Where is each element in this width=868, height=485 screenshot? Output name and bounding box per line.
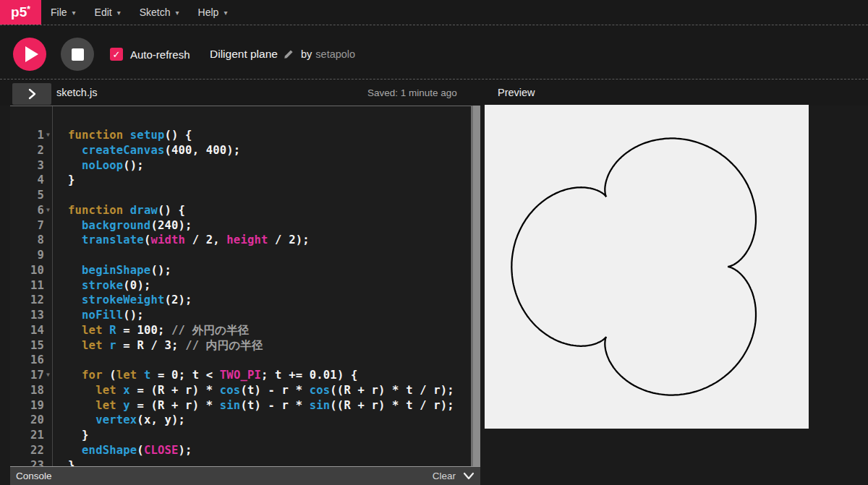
fold-gutter	[44, 278, 52, 293]
line-number: 3	[10, 158, 44, 173]
code-line[interactable]: 22 endShape(CLOSE);	[10, 443, 471, 458]
code-text: function draw() {	[52, 203, 185, 218]
chevron-down-icon: ▾	[176, 9, 179, 17]
code-line[interactable]: 11 stroke(0);	[10, 278, 471, 293]
line-number: 16	[10, 353, 44, 368]
code-editor[interactable]: 1▼function setup() {2 createCanvas(400, …	[10, 106, 471, 467]
fold-gutter	[44, 218, 52, 233]
code-text	[52, 248, 68, 263]
fold-arrow-icon[interactable]: ▼	[44, 128, 52, 143]
line-number: 14	[10, 323, 44, 338]
console-bar[interactable]: Console Clear	[10, 466, 480, 485]
line-number: 12	[10, 293, 44, 308]
fold-gutter	[44, 143, 52, 158]
line-number: 2	[10, 143, 44, 158]
menu-sketch[interactable]: Sketch▾	[130, 0, 189, 25]
fold-arrow-icon[interactable]: ▼	[44, 203, 52, 218]
code-text: noFill();	[52, 308, 144, 323]
auto-refresh-label[interactable]: Auto-refresh	[130, 48, 190, 61]
code-line[interactable]: 19 let y = (R + r) * sin(t) - r * sin((R…	[10, 398, 471, 413]
code-text: translate(width / 2, height / 2);	[52, 233, 310, 248]
code-line[interactable]: 6▼function draw() {	[10, 203, 471, 218]
code-line[interactable]: 10 beginShape();	[10, 263, 471, 278]
console-collapse-chevron-icon[interactable]	[463, 472, 475, 481]
line-number: 17	[10, 368, 44, 383]
line-number: 4	[10, 173, 44, 188]
code-line[interactable]: 16	[10, 353, 471, 368]
line-number: 10	[10, 263, 44, 278]
code-line[interactable]: 21 }	[10, 428, 471, 443]
line-number: 8	[10, 233, 44, 248]
code-text: }	[52, 173, 75, 188]
toolbar: ✓ Auto-refresh Diligent plane by setapol…	[0, 25, 868, 80]
play-button[interactable]	[13, 38, 46, 71]
code-line[interactable]: 14 let R = 100; // 外円の半径	[10, 323, 471, 338]
fold-gutter	[44, 248, 52, 263]
chevron-down-icon: ▾	[117, 9, 121, 17]
sidebar-collapse-button[interactable]	[12, 83, 51, 105]
line-number: 7	[10, 218, 44, 233]
fold-arrow-icon[interactable]: ▼	[44, 368, 52, 383]
fold-gutter	[44, 383, 52, 398]
menu-help[interactable]: Help▾	[189, 0, 237, 25]
auto-refresh-checkbox[interactable]: ✓	[110, 48, 123, 61]
line-number: 1	[10, 128, 44, 143]
code-text: let y = (R + r) * sin(t) - r * sin((R + …	[52, 398, 454, 413]
code-text: for (let t = 0; t < TWO_PI; t += 0.01) {	[52, 368, 358, 383]
fold-gutter	[44, 293, 52, 308]
code-text: let x = (R + r) * cos(t) - r * cos((R + …	[52, 383, 454, 398]
fold-gutter	[44, 338, 52, 353]
code-line[interactable]: 12 strokeWeight(2);	[10, 293, 471, 308]
code-line[interactable]: 8 translate(width / 2, height / 2);	[10, 233, 471, 248]
code-line[interactable]: 9	[10, 248, 471, 263]
by-label: by	[301, 48, 312, 60]
code-line[interactable]: 7 background(240);	[10, 218, 471, 233]
edit-pencil-icon[interactable]	[284, 49, 294, 59]
code-text: vertex(x, y);	[52, 413, 185, 428]
author-link[interactable]: setapolo	[315, 48, 355, 60]
p5-logo-text: p5	[11, 4, 27, 20]
fold-gutter	[44, 263, 52, 278]
line-number: 13	[10, 308, 44, 323]
console-clear-button[interactable]: Clear	[433, 471, 456, 481]
code-line[interactable]: 20 vertex(x, y);	[10, 413, 471, 428]
code-line[interactable]: 13 noFill();	[10, 308, 471, 323]
tab-sketch-js[interactable]: sketch.js	[56, 87, 97, 98]
code-line[interactable]: 5	[10, 188, 471, 203]
code-line[interactable]: 1▼function setup() {	[10, 128, 471, 143]
sketch-preview-canvas	[485, 105, 809, 429]
code-text: noLoop();	[52, 158, 144, 173]
menu-edit[interactable]: Edit▾	[85, 0, 130, 25]
fold-gutter	[44, 188, 52, 203]
menu-sketch-label: Sketch	[140, 7, 171, 18]
fold-gutter	[44, 353, 52, 368]
fold-gutter	[44, 398, 52, 413]
fold-gutter	[44, 173, 52, 188]
line-number: 21	[10, 428, 44, 443]
code-line[interactable]: 2 createCanvas(400, 400);	[10, 143, 471, 158]
code-line[interactable]: 15 let r = R / 3; // 内円の半径	[10, 338, 471, 353]
sketch-title[interactable]: Diligent plane	[210, 48, 278, 61]
code-line[interactable]: 17▼ for (let t = 0; t < TWO_PI; t += 0.0…	[10, 368, 471, 383]
play-icon	[25, 46, 38, 62]
file-header: sketch.js Saved: 1 minute ago Preview	[0, 80, 868, 106]
fold-gutter	[44, 428, 52, 443]
code-line[interactable]: 3 noLoop();	[10, 158, 471, 173]
code-line[interactable]: 4}	[10, 173, 471, 188]
menu-file[interactable]: File▾	[41, 0, 85, 25]
line-number: 5	[10, 188, 44, 203]
code-text: background(240);	[52, 218, 192, 233]
p5-logo[interactable]: p5*	[0, 0, 41, 25]
top-nav-bar: p5* File▾ Edit▾ Sketch▾ Help▾	[0, 0, 868, 25]
pane-resize-handle[interactable]	[471, 106, 480, 466]
fold-gutter	[44, 308, 52, 323]
menu-help-label: Help	[198, 7, 219, 18]
fold-gutter	[44, 413, 52, 428]
code-line[interactable]: 18 let x = (R + r) * cos(t) - r * cos((R…	[10, 383, 471, 398]
fold-gutter	[44, 233, 52, 248]
chevron-right-icon	[27, 87, 37, 100]
code-text: stroke(0);	[52, 278, 150, 293]
stop-button[interactable]	[61, 38, 94, 71]
stop-icon	[72, 48, 84, 61]
chevron-down-icon: ▾	[224, 9, 227, 17]
